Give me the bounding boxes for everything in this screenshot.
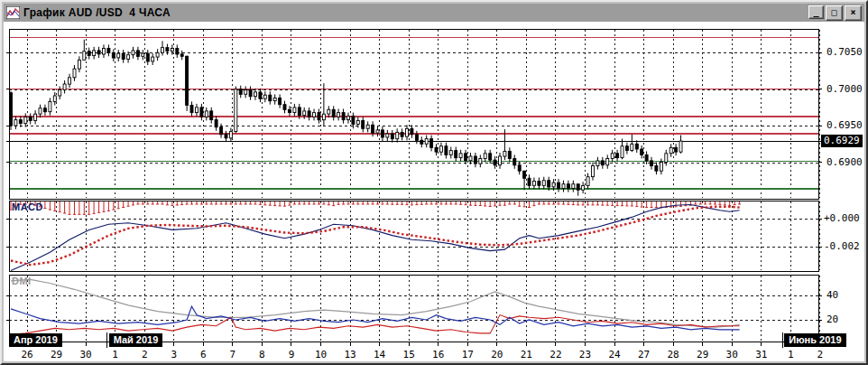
candlestick-series: [10, 40, 683, 196]
macd-histogram: [10, 201, 742, 214]
window-title: График AUD /USD 4 ЧАСА: [23, 6, 171, 19]
panel-border: [9, 29, 818, 199]
panel-border: [9, 201, 818, 271]
app-icon[interactable]: [6, 6, 20, 19]
maximize-button[interactable]: □: [826, 5, 843, 21]
chart-window: График AUD /USD 4 ЧАСА _ □ × 0.70500.700…: [0, 0, 868, 365]
close-button[interactable]: ×: [845, 5, 862, 21]
macd-line: [11, 205, 740, 271]
panel-border: [9, 275, 818, 342]
minus-di-line: [11, 315, 740, 335]
chart-canvas[interactable]: [4, 22, 868, 365]
macd-signal-line: [11, 207, 740, 265]
minimize-button[interactable]: _: [808, 5, 824, 19]
plus-di-line: [11, 306, 740, 330]
title-bar[interactable]: График AUD /USD 4 ЧАСА _ □ ×: [4, 4, 864, 22]
chart-client-area: 0.70500.70000.69500.69000.6929+0.000-0.0…: [4, 22, 864, 361]
